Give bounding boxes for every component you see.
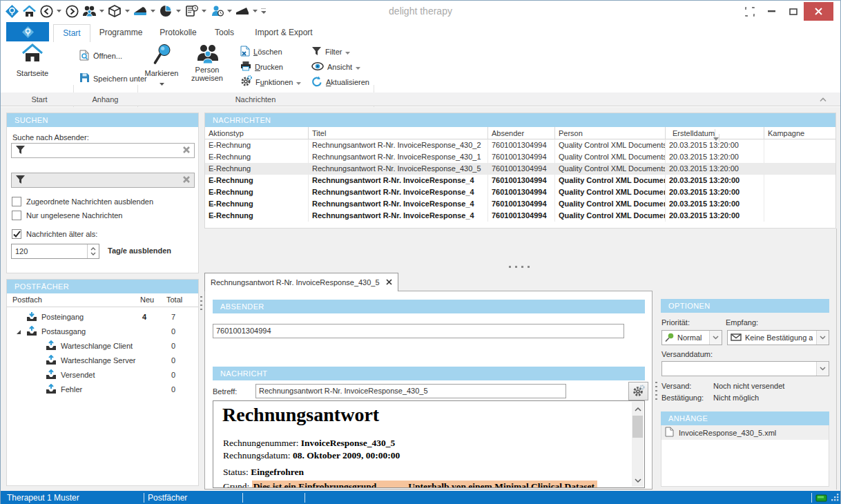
funnel-icon — [15, 175, 26, 186]
aktualisieren-button[interactable]: Aktualisieren — [311, 75, 369, 88]
speichern-unter-label: Speichern unter — [93, 75, 147, 83]
drucken-button[interactable]: Drucken — [240, 60, 283, 73]
checkbox-aelter-als[interactable]: Nachrichten älter als: — [12, 229, 97, 239]
prioritaet-value: Normal — [677, 333, 702, 342]
detail-tab[interactable]: Rechnungsantwort R-Nr. InvoiceResponse_4… — [204, 273, 398, 291]
mailbox-versendet[interactable]: Versendet — [46, 369, 95, 381]
prioritaet-select[interactable]: Normal — [661, 330, 722, 345]
message-preview[interactable]: Rechnungsantwort Rechnungenummer: Invoic… — [213, 400, 645, 488]
table-row-unread[interactable]: E-RechnungRechnungsantwort R-Nr. Invoice… — [205, 210, 835, 222]
filter-funnel-icon — [311, 46, 322, 57]
col-titel[interactable]: Titel — [309, 127, 488, 139]
versanddatum-select[interactable] — [661, 361, 829, 376]
attachment-item[interactable]: InvoiceResponse_430_5.xml — [661, 425, 829, 440]
clear-filter-icon[interactable] — [182, 146, 191, 155]
clear-filter-icon[interactable] — [182, 175, 191, 185]
attachment-filename: InvoiceResponse_430_5.xml — [679, 429, 776, 437]
nachrichten-table-header: Aktionstyp Titel Absender Person Erstell… — [205, 127, 835, 139]
col-aktionstyp[interactable]: Aktionstyp — [205, 127, 309, 139]
table-row-unread[interactable]: E-RechnungRechnungsantwort R-Nr. Invoice… — [205, 175, 835, 186]
outbox-icon — [46, 369, 57, 381]
tab-protokolle[interactable]: Protokolle — [154, 24, 202, 42]
person-zuweisen-button[interactable]: Person zuweisen — [183, 43, 231, 82]
ansicht-label: Ansicht — [327, 63, 352, 71]
mailbox-label: Warteschlange Client — [61, 342, 133, 350]
empfang-select[interactable]: Keine Bestätigung a — [727, 330, 829, 345]
outbox-icon — [26, 326, 37, 338]
message-detail-box: ABSENDER 7601001304994 NACHRICHT Betreff… — [204, 291, 652, 490]
speichern-unter-button[interactable]: Speichern unter — [79, 72, 147, 85]
loeschen-button[interactable]: Löschen — [240, 45, 282, 58]
checkbox-zugeordnete[interactable]: Zugeordnete Nachrichten ausblenden — [12, 197, 153, 206]
versand-label: Versand: — [661, 382, 691, 390]
statusbar-user: Therapeut 1 Muster — [7, 493, 79, 503]
bestaetigung-label: Bestätigung: — [661, 394, 704, 402]
col-total[interactable]: Total — [166, 295, 182, 304]
left-splitter-handle[interactable] — [200, 296, 202, 310]
absender-input[interactable]: 7601001304994 — [213, 324, 624, 338]
application-menu-button[interactable] — [6, 22, 49, 41]
tab-programme[interactable]: Programme — [93, 24, 148, 42]
table-row[interactable]: E-RechnungRechnungsantwort R-Nr. Invoice… — [205, 139, 835, 151]
inbox-icon — [26, 311, 37, 323]
nachrichten-panel: NACHRICHTEN Aktionstyp Titel Absender Pe… — [204, 113, 836, 229]
table-row-unread[interactable]: E-RechnungRechnungsantwort R-Nr. Invoice… — [205, 186, 835, 198]
mailbox-fehler[interactable]: Fehler — [46, 383, 82, 396]
right-splitter-handle[interactable] — [655, 382, 657, 403]
preview-scrollbar[interactable] — [632, 402, 644, 487]
markieren-button[interactable]: Markieren — [142, 43, 182, 87]
fit-window-button[interactable] — [741, 2, 759, 21]
prioritaet-label: Priorität: — [661, 318, 690, 327]
versand-value: Noch nicht versendet — [713, 382, 784, 390]
mailbox-posteingang[interactable]: Posteingang — [26, 311, 84, 323]
mailbox-warteschlange-client[interactable]: Warteschlange Client — [46, 340, 133, 352]
horizontal-splitter-handle[interactable] — [509, 266, 530, 268]
scroll-down-icon[interactable] — [635, 476, 641, 484]
mailbox-warteschlange-server[interactable]: Warteschlange Server — [46, 354, 135, 367]
col-kampagne[interactable]: Kampagne — [764, 127, 835, 139]
checkbox-ungelesene[interactable]: Nur ungelesene Nachrichten — [12, 211, 122, 220]
group-label-start: Start — [12, 93, 67, 106]
maximize-button[interactable] — [784, 2, 803, 21]
funktionen-button[interactable]: Funktionen — [240, 75, 301, 88]
tab-import-export[interactable]: Import & Export — [246, 24, 321, 42]
tab-tools[interactable]: Tools — [208, 24, 241, 42]
col-person[interactable]: Person — [555, 127, 666, 139]
tab-close-icon[interactable] — [386, 278, 392, 287]
scrollbar-thumb[interactable] — [632, 416, 643, 438]
resize-grip[interactable] — [831, 494, 839, 503]
funnel-icon — [15, 145, 26, 156]
table-row[interactable]: E-RechnungRechnungsantwort R-Nr. Invoice… — [205, 151, 835, 163]
col-absender[interactable]: Absender — [488, 127, 555, 139]
close-button[interactable] — [804, 2, 833, 21]
suchen-panel-header: SUCHEN — [7, 113, 198, 127]
minimize-button[interactable] — [762, 2, 781, 21]
aktualisieren-label: Aktualisieren — [326, 78, 369, 86]
filter-button[interactable]: Filter — [311, 45, 350, 58]
app-window: delight therapy Start Programme Protokol… — [0, 0, 841, 504]
absender-filter-input[interactable] — [11, 143, 195, 158]
startseite-button[interactable]: Startseite — [12, 43, 53, 77]
posteingang-total-count: 7 — [171, 313, 175, 321]
tab-start[interactable]: Start — [53, 24, 90, 42]
spinner-arrows[interactable] — [87, 244, 99, 258]
message-settings-button[interactable] — [628, 382, 648, 400]
tage-spinner[interactable]: 120 — [11, 244, 99, 259]
secondary-filter-input[interactable] — [11, 173, 195, 188]
oeffnen-label: Öffnen... — [93, 52, 122, 60]
col-neu[interactable]: Neu — [140, 295, 154, 304]
table-row-selected[interactable]: E-RechnungRechnungsantwort R-Nr. Invoice… — [205, 163, 835, 175]
mailbox-postausgang[interactable]: Postausgang — [26, 325, 86, 338]
postfaecher-panel-header: POSTFÄCHER — [7, 280, 198, 293]
betreff-input[interactable]: Rechnungsantwort R-Nr. InvoiceResponse_4… — [255, 384, 566, 398]
col-erstelldatum[interactable]: Erstelldatum — [666, 127, 764, 139]
checkbox-zugeordnete-label: Zugeordnete Nachrichten ausblenden — [26, 197, 153, 206]
scroll-up-icon[interactable] — [635, 405, 641, 413]
table-row-unread[interactable]: E-RechnungRechnungsantwort R-Nr. Invoice… — [205, 198, 835, 210]
col-postfach[interactable]: Postfach — [12, 295, 42, 304]
ansicht-button[interactable]: Ansicht — [311, 60, 360, 73]
connection-status-icon — [815, 494, 827, 504]
tree-expander-icon[interactable] — [16, 328, 21, 336]
collapse-ribbon-chevron[interactable] — [820, 95, 826, 104]
oeffnen-button[interactable]: Öffnen... — [79, 49, 122, 62]
